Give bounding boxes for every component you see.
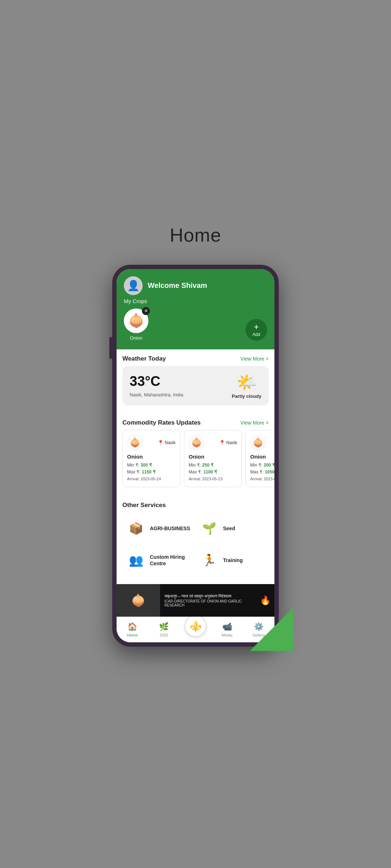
user-icon: 👤: [127, 280, 140, 292]
plus-icon: +: [254, 323, 259, 331]
commodity-card-top: 🧅 📍 Nasik: [250, 435, 274, 451]
service-item-seed[interactable]: 🌱 Seed: [196, 512, 269, 544]
icar-center-icon: ⚜️: [185, 615, 206, 637]
service-label-custom-hiring-centre: Custom Hiring Centre: [150, 554, 191, 567]
banner-hindi-text: भाकृअनुप – प्याज एवं लहसुन अनुसंधान निदे…: [164, 594, 256, 599]
commodity-detail: Min ₹: 250 ₹ Max ₹: 1100 ₹ Arrival: 2023…: [189, 462, 237, 483]
temperature-display: 33°C: [130, 374, 183, 389]
location-pin-icon: 📍: [219, 440, 225, 446]
page-title: Home: [170, 224, 222, 246]
add-button-label: Add: [252, 332, 260, 337]
commodity-location: 📍 Nasik: [157, 440, 176, 446]
icar-banner[interactable]: 🧅 भाकृअनुप – प्याज एवं लहसुन अनुसंधान नि…: [117, 584, 274, 617]
crop-item-onion: 🧅 ✕ Onion: [124, 309, 148, 341]
weather-location: Nasik, Maharashtra, India: [130, 392, 183, 397]
services-title: Other Services: [122, 502, 166, 509]
nav-label-dss: DSS: [160, 633, 168, 637]
commodity-section-header: Commodity Rates Updates View More >: [117, 413, 274, 430]
crop-name-label: Onion: [130, 335, 143, 341]
home-icon: 🏠: [127, 622, 137, 631]
add-crop-button[interactable]: + Add: [245, 319, 267, 341]
phone-frame: 👤 Welcome Shivam My Crops 🧅 ✕ Onion +: [112, 265, 279, 647]
welcome-text: Welcome Shivam: [148, 281, 207, 290]
nav-item-setting[interactable]: ⚙️ Setting: [243, 620, 274, 639]
commodity-section: Commodity Rates Updates View More > 🧅 📍 …: [117, 413, 274, 493]
bottom-nav: 🏠 Home 🌿 DSS ⚜️ 📹 Media ⚙️ Setting: [117, 617, 274, 642]
nav-label-setting: Setting: [252, 633, 265, 637]
weather-description: Partly cloudy: [232, 393, 261, 399]
weather-card: 33°C Nasik, Maharashtra, India 🌤️ Partly…: [122, 366, 269, 405]
crop-emoji: 🧅: [128, 313, 144, 328]
avatar: 👤: [124, 276, 143, 295]
commodity-detail: Min ₹: 200 ₹ Max ₹: 1050 ₹ Arrival: 2023…: [250, 462, 274, 483]
services-section: Other Services 📦 AGRI-BUSINESS 🌱 Seed 👥 …: [117, 496, 274, 581]
nav-label-home: Home: [127, 633, 138, 637]
weather-title: Weather Today: [122, 355, 166, 362]
service-label-seed: Seed: [223, 525, 235, 532]
service-icon-custom-hiring-centre: 👥: [127, 551, 146, 570]
my-crops-label: My Crops: [124, 298, 267, 304]
commodity-view-more[interactable]: View More >: [240, 420, 269, 426]
commodity-name: Onion: [250, 454, 274, 460]
commodity-location: 📍 Nasik: [219, 440, 237, 446]
phone-screen: 👤 Welcome Shivam My Crops 🧅 ✕ Onion +: [117, 269, 274, 643]
location-name: Nasik: [165, 440, 176, 445]
commodity-card-0[interactable]: 🧅 📍 Nasik Onion Min ₹: 300 ₹ Max ₹: 1150…: [122, 430, 180, 488]
commodity-icon: 🧅: [250, 435, 266, 451]
service-item-agri-business[interactable]: 📦 AGRI-BUSINESS: [122, 512, 196, 544]
commodity-icon: 🧅: [127, 435, 143, 451]
commodity-detail: Min ₹: 300 ₹ Max ₹: 1150 ₹ Arrival: 2023…: [127, 462, 176, 483]
weather-view-more[interactable]: View More >: [240, 356, 269, 362]
nav-item-home[interactable]: 🏠 Home: [117, 620, 148, 639]
commodity-cards-row: 🧅 📍 Nasik Onion Min ₹: 300 ₹ Max ₹: 1150…: [117, 430, 274, 493]
service-label-training: Training: [223, 557, 243, 563]
commodity-title: Commodity Rates Updates: [122, 419, 201, 426]
banner-text-area: भाकृअनुप – प्याज एवं लहसुन अनुसंधान निदे…: [160, 591, 260, 610]
service-item-custom-hiring-centre[interactable]: 👥 Custom Hiring Centre: [122, 544, 196, 576]
banner-english-text: ICAR-DIRECTORATE OF ONION AND GARLIC RES…: [164, 599, 256, 607]
commodity-icon: 🧅: [189, 435, 205, 451]
location-name: Nasik: [226, 440, 237, 445]
commodity-name: Onion: [189, 454, 237, 460]
commodity-card-top: 🧅 📍 Nasik: [189, 435, 237, 451]
commodity-card-1[interactable]: 🧅 📍 Nasik Onion Min ₹: 250 ₹ Max ₹: 1100…: [184, 430, 242, 488]
commodity-card-2[interactable]: 🧅 📍 Nasik Onion Min ₹: 200 ₹ Max ₹: 1050…: [245, 430, 274, 488]
icar-logo: 🔥: [260, 595, 274, 605]
location-pin-icon: 📍: [157, 440, 164, 446]
app-header: 👤 Welcome Shivam My Crops 🧅 ✕ Onion +: [117, 269, 274, 349]
service-icon-seed: 🌱: [200, 519, 219, 538]
commodity-card-top: 🧅 📍 Nasik: [127, 435, 176, 451]
media-icon: 📹: [222, 622, 232, 631]
service-label-agri-business: AGRI-BUSINESS: [150, 525, 190, 532]
nav-item-icar[interactable]: ⚜️: [180, 620, 211, 639]
nav-item-media[interactable]: 📹 Media: [211, 620, 243, 639]
weather-icon: 🌤️: [236, 373, 257, 392]
service-item-training[interactable]: 🏃 Training: [196, 544, 269, 576]
nav-label-media: Media: [222, 633, 232, 637]
banner-image: 🧅: [117, 584, 160, 617]
service-icon-training: 🏃: [200, 551, 219, 570]
weather-section: Weather Today View More > 33°C Nasik, Ma…: [117, 349, 274, 410]
dss-icon: 🌿: [159, 622, 169, 631]
weather-section-header: Weather Today View More >: [117, 349, 274, 366]
crop-image: 🧅 ✕: [124, 309, 148, 333]
services-grid: 📦 AGRI-BUSINESS 🌱 Seed 👥 Custom Hiring C…: [117, 512, 274, 576]
commodity-name: Onion: [127, 454, 176, 460]
service-icon-agri-business: 📦: [127, 519, 146, 538]
services-section-header: Other Services: [117, 496, 274, 512]
crop-remove-button[interactable]: ✕: [142, 307, 150, 315]
nav-item-dss[interactable]: 🌿 DSS: [148, 620, 180, 639]
setting-icon: ⚙️: [254, 622, 264, 631]
